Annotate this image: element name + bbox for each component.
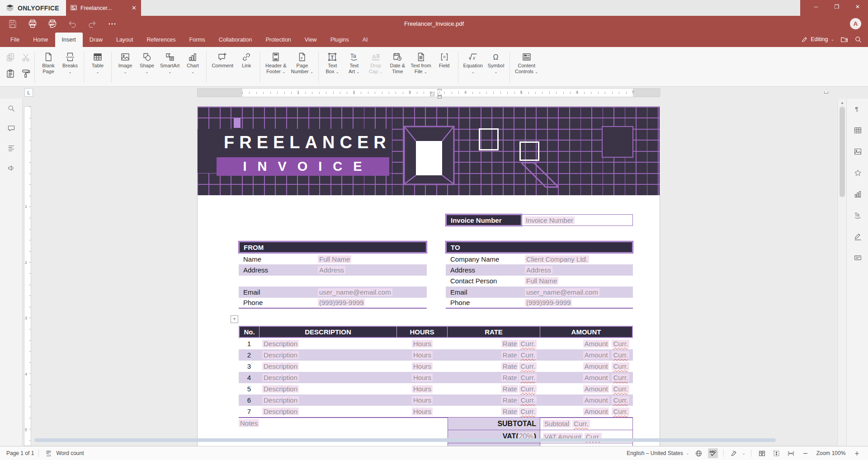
text-box-button[interactable]: TTextBox ⌄ <box>321 50 343 75</box>
scroll-up-icon[interactable]: ▲ <box>838 99 847 106</box>
rate-input[interactable]: Rate <box>501 385 519 393</box>
currency-input[interactable]: Curr. <box>519 408 537 415</box>
redo-icon[interactable] <box>82 17 102 31</box>
chart-settings-icon[interactable] <box>847 183 868 205</box>
track-changes-button[interactable]: ⌄ <box>729 448 745 458</box>
search-icon[interactable] <box>854 36 862 43</box>
tab-protection[interactable]: Protection <box>259 33 298 47</box>
blank-page-button[interactable]: BlankPage <box>38 50 59 75</box>
vertical-scrollbar[interactable]: ▲ <box>837 99 846 446</box>
signature-settings-icon[interactable] <box>847 226 868 247</box>
hours-input[interactable]: Hours <box>412 385 433 393</box>
restore-icon[interactable]: ❐ <box>826 0 847 14</box>
amount-input[interactable]: Amount <box>583 385 609 393</box>
symbol-button[interactable]: ΩSymbol⌄ <box>485 50 507 75</box>
navigation-icon[interactable] <box>0 138 23 158</box>
currency-input[interactable]: Curr. <box>519 362 537 370</box>
amount-input[interactable]: Amount <box>583 396 609 404</box>
fit-width-icon[interactable] <box>786 448 796 458</box>
amount-input[interactable]: Amount <box>583 374 609 381</box>
currency-input[interactable]: Curr. <box>612 351 629 359</box>
tab-ai[interactable]: AI <box>356 33 375 47</box>
language-globe-icon[interactable] <box>693 448 703 458</box>
date-time-button[interactable]: Date &Time <box>387 50 408 75</box>
link-button[interactable]: Link <box>236 50 257 69</box>
smartart-button[interactable]: SmartArt⌄ <box>158 50 182 75</box>
feedback-icon[interactable] <box>0 158 23 178</box>
breaks-button[interactable]: Breaks⌄ <box>59 50 81 75</box>
pages-icon[interactable] <box>757 448 767 458</box>
close-tab-icon[interactable]: ✕ <box>132 5 137 11</box>
spellcheck-icon[interactable]: ABC <box>708 448 718 458</box>
currency-input[interactable]: Curr. <box>572 420 590 427</box>
rate-input[interactable]: Rate <box>501 374 519 381</box>
form-field-input[interactable]: user_name@email.com <box>525 288 599 296</box>
zoom-level[interactable]: Zoom 100% <box>815 450 847 456</box>
currency-input[interactable]: Curr. <box>612 362 629 370</box>
text-from-file-button[interactable]: Text fromFile ⌄ <box>408 50 433 75</box>
tab-stop-selector[interactable]: L <box>24 88 33 97</box>
form-field-input[interactable]: Address <box>318 266 345 274</box>
hours-input[interactable]: Hours <box>412 351 433 359</box>
form-field-input[interactable]: user_name@email.com <box>318 288 392 296</box>
description-input[interactable]: Description <box>262 351 299 359</box>
document-canvas[interactable]: FREELANCER INVOICE Invoice Number <box>33 99 837 446</box>
description-input[interactable]: Description <box>262 396 299 404</box>
rate-input[interactable]: Rate <box>501 396 519 404</box>
rate-input[interactable]: Rate <box>501 340 519 347</box>
comments-icon[interactable] <box>0 118 23 138</box>
currency-input[interactable]: Curr. <box>612 408 629 415</box>
currency-input[interactable]: Curr. <box>612 340 629 347</box>
form-field-input[interactable]: (999)999-9999 <box>525 299 572 306</box>
image-button[interactable]: Image⌄ <box>114 50 136 75</box>
save-icon[interactable] <box>3 17 23 31</box>
form-field-input[interactable]: (999)999-9999 <box>318 299 365 306</box>
scrollbar-thumb[interactable] <box>840 107 845 197</box>
invoice-banner[interactable]: FREELANCER INVOICE <box>198 107 660 195</box>
form-field-input[interactable]: Full Name <box>525 277 558 285</box>
indent-markers[interactable] <box>438 89 442 99</box>
tab-view[interactable]: View <box>298 33 324 47</box>
tab-file[interactable]: File <box>4 33 26 47</box>
rate-input[interactable]: Rate <box>501 351 519 359</box>
form-field-input[interactable]: Client Company Ltd. <box>525 255 589 263</box>
hours-input[interactable]: Hours <box>412 374 433 381</box>
header-footer-button[interactable]: Header &Footer ⌄ <box>263 50 288 75</box>
currency-input[interactable]: Curr. <box>612 396 629 404</box>
close-icon[interactable]: ✕ <box>847 0 868 14</box>
chart-button[interactable]: Chart⌄ <box>182 50 203 75</box>
zoom-out-icon[interactable] <box>800 448 810 458</box>
word-count-button[interactable]: 123 Word count <box>43 448 84 458</box>
text-art-button[interactable]: TaTextArt ⌄ <box>343 50 365 75</box>
page-indicator[interactable]: Page 1 of 1 <box>0 450 34 456</box>
language-selector[interactable]: English – United States ⌄ <box>627 450 689 456</box>
right-margin-marker[interactable] <box>824 89 828 94</box>
fit-page-icon[interactable] <box>771 448 781 458</box>
more-icon[interactable] <box>102 17 122 31</box>
tab-insert[interactable]: Insert <box>55 33 83 47</box>
quick-print-icon[interactable] <box>42 17 62 31</box>
description-input[interactable]: Description <box>262 340 299 347</box>
shape-settings-icon[interactable] <box>847 162 868 183</box>
description-input[interactable]: Description <box>262 362 299 370</box>
ruler-table-marker[interactable] <box>430 92 434 96</box>
textart-settings-icon[interactable]: Ta <box>847 205 868 226</box>
tab-references[interactable]: References <box>140 33 182 47</box>
document-tab[interactable]: Freelancer... ✕ <box>66 0 141 16</box>
currency-input[interactable]: Curr. <box>519 351 537 359</box>
horizontal-scrollbar[interactable] <box>34 438 776 442</box>
currency-input[interactable]: Curr. <box>612 374 629 381</box>
image-settings-icon[interactable] <box>847 141 868 162</box>
shape-button[interactable]: Shape⌄ <box>136 50 158 75</box>
table-button[interactable]: Table⌄ <box>87 50 108 75</box>
description-input[interactable]: Description <box>262 408 299 415</box>
table-settings-icon[interactable] <box>847 120 868 141</box>
print-icon[interactable] <box>23 17 42 31</box>
currency-input[interactable]: Curr. <box>519 340 537 347</box>
form-field-input[interactable]: Full Name <box>318 255 351 263</box>
minimize-icon[interactable]: ─ <box>806 0 826 14</box>
equation-button[interactable]: xEquation⌄ <box>461 50 485 75</box>
table-select-handle[interactable]: + <box>231 315 238 323</box>
description-input[interactable]: Description <box>262 385 299 393</box>
hours-input[interactable]: Hours <box>412 408 433 415</box>
